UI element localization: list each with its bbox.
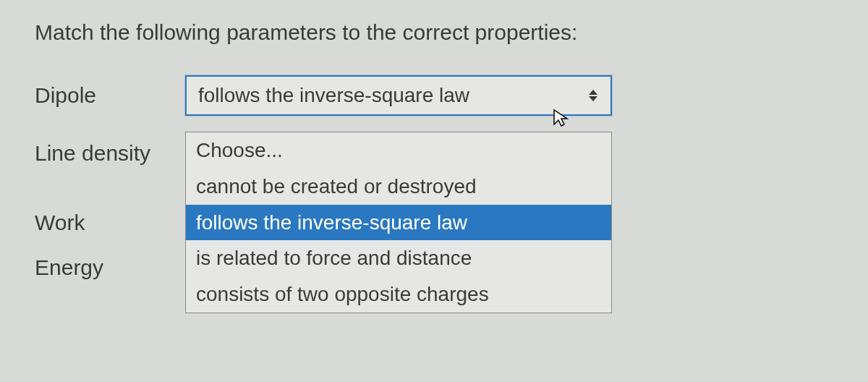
question-prompt: Match the following parameters to the co… <box>35 20 833 45</box>
dropdown-option-0[interactable]: cannot be created or destroyed <box>186 169 611 205</box>
label-energy: Energy <box>35 252 172 284</box>
label-dipole: Dipole <box>35 75 172 116</box>
label-work: Work <box>35 207 172 239</box>
parameter-labels-column: Dipole Line density Work Energy <box>35 75 172 284</box>
updown-arrow-icon <box>586 88 600 103</box>
select-value: follows the inverse-square law <box>198 84 469 107</box>
label-line-density: Line density <box>35 137 172 169</box>
dropdown-option-3[interactable]: consists of two opposite charges <box>186 276 611 313</box>
dropdown-option-2[interactable]: is related to force and distance <box>186 240 611 276</box>
dropdown-option-placeholder[interactable]: Choose... <box>186 132 611 169</box>
select-column: follows the inverse-square law <box>185 75 612 116</box>
dropdown-listbox[interactable]: Choose... cannot be created or destroyed… <box>185 132 612 313</box>
dropdown-option-1[interactable]: follows the inverse-square law <box>186 205 611 241</box>
dipole-select[interactable]: follows the inverse-square law <box>185 75 612 116</box>
